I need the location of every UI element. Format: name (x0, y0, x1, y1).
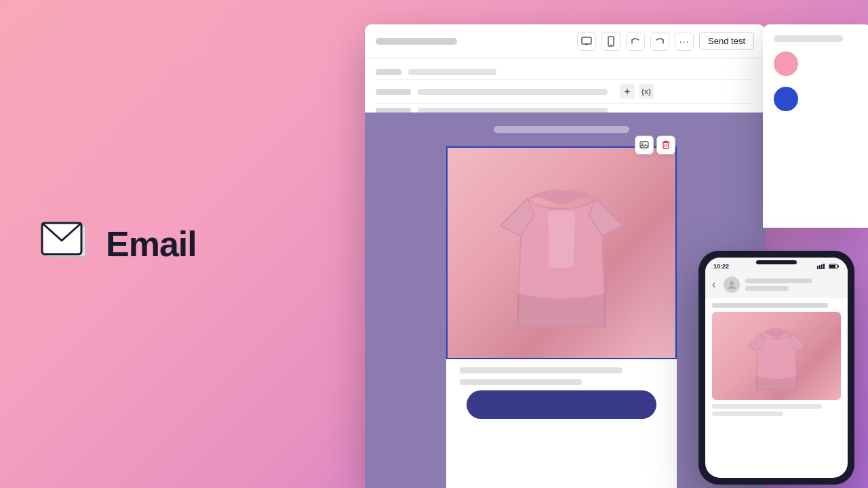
phone-footer-skel-2 (712, 411, 783, 416)
svg-rect-18 (817, 266, 818, 269)
phone-screen: 10:22 ‹ (705, 258, 848, 478)
svg-rect-20 (821, 264, 823, 269)
svg-rect-21 (823, 264, 825, 269)
color-swatches (774, 52, 861, 117)
cta-button[interactable] (467, 390, 656, 419)
phone-content (705, 298, 848, 422)
toolbar-left (376, 38, 457, 45)
send-test-button[interactable]: Send test (699, 32, 754, 50)
phone-email-meta (745, 279, 841, 291)
phone-email-image (712, 312, 841, 400)
svg-point-14 (642, 143, 643, 144)
svg-rect-13 (640, 142, 648, 148)
form-label-skel-2 (376, 89, 411, 95)
color-swatch-pink[interactable] (774, 52, 798, 76)
right-panel (763, 24, 868, 228)
undo-btn[interactable] (626, 32, 645, 51)
phone-email-header: ‹ (705, 272, 848, 298)
brand-title: Email (106, 224, 197, 264)
desktop-view-btn[interactable] (577, 32, 596, 51)
redo-btn[interactable] (650, 32, 669, 51)
form-row-1 (376, 65, 754, 80)
mobile-view-btn[interactable] (601, 32, 620, 51)
replace-image-btn[interactable] (635, 136, 654, 155)
toolbar-right: ··· Send test (577, 32, 754, 51)
phone-meta-line-2 (745, 286, 788, 291)
form-action-icons: {x} (620, 84, 654, 99)
svg-rect-15 (663, 142, 669, 148)
brand-area: Email (41, 220, 197, 268)
email-body (446, 113, 677, 488)
svg-point-25 (730, 281, 734, 285)
svg-rect-23 (829, 265, 835, 268)
form-label-skel-1 (376, 69, 401, 75)
image-block-container (446, 146, 677, 359)
shirt-image (448, 148, 675, 358)
toolbar: ··· Send test (365, 24, 765, 58)
block-controls-top (635, 136, 675, 155)
svg-point-6 (610, 44, 612, 45)
delete-image-btn[interactable] (656, 136, 675, 155)
phone-status-icons (817, 264, 840, 269)
phone-content-skel-1 (712, 303, 828, 308)
mobile-preview: 10:22 ‹ (698, 251, 854, 488)
color-swatch-blue[interactable] (774, 87, 798, 111)
svg-rect-19 (819, 265, 821, 269)
phone-time: 10:22 (713, 263, 729, 270)
phone-notch (756, 260, 797, 264)
shirt-svg (473, 158, 650, 348)
phone-avatar (724, 277, 740, 293)
phone-frame: 10:22 ‹ (698, 251, 854, 485)
form-value-skel-1 (408, 69, 496, 75)
email-header-skel (494, 126, 629, 133)
form-value-skel-2 (418, 89, 608, 95)
form-row-2: {x} (376, 80, 754, 104)
brand-icon (41, 220, 95, 268)
footer-skel-1 (460, 367, 623, 373)
phone-footer-skel-1 (712, 404, 822, 409)
selected-image-block[interactable] (446, 146, 677, 359)
phone-back-btn[interactable]: ‹ (712, 279, 715, 291)
variable-icon-btn[interactable]: {x} (639, 84, 654, 99)
phone-meta-line-1 (745, 279, 812, 283)
email-footer-skels (446, 359, 677, 385)
footer-skel-2 (460, 379, 582, 385)
phone-shirt-svg (736, 315, 817, 396)
svg-rect-24 (837, 266, 839, 268)
sparkle-icon-btn[interactable] (620, 84, 635, 99)
more-options-btn[interactable]: ··· (675, 32, 694, 51)
toolbar-breadcrumb-skel (376, 38, 457, 45)
svg-rect-2 (582, 37, 591, 44)
panel-skel-top (774, 35, 843, 42)
